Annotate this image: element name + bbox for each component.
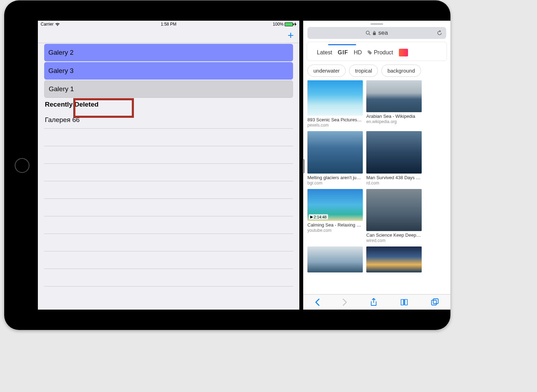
result-title: Man Survived 438 Days Stu… — [366, 175, 422, 180]
divider-handle[interactable] — [303, 159, 305, 173]
result-source: en.wikipedia.org — [366, 119, 422, 124]
status-bar: Carrier 1:58 PM 100% — [38, 21, 299, 28]
result-card[interactable] — [366, 246, 422, 272]
result-card[interactable]: Melting glaciers aren't just … bgr.com — [307, 131, 363, 185]
tabs-button[interactable] — [431, 298, 439, 306]
svg-rect-2 — [373, 33, 376, 35]
result-thumb[interactable] — [366, 131, 422, 174]
dragged-row[interactable]: Galery 1 — [44, 80, 293, 98]
svg-point-3 — [368, 51, 369, 52]
result-source: youtube.com — [307, 228, 363, 233]
table-row[interactable] — [44, 234, 293, 251]
result-title: 893 Scenic Sea Pictures · P… — [307, 117, 363, 122]
safari-pane: sea Latest GIF HD Product — [303, 21, 450, 310]
carrier-label: Carrier — [41, 22, 54, 27]
result-title: Arabian Sea - Wikipedia — [366, 114, 422, 119]
tag-icon — [367, 50, 372, 55]
row-label: Galery 1 — [49, 85, 74, 93]
result-card[interactable]: Man Survived 438 Days Stu… rd.com — [366, 131, 422, 185]
chip-underwater[interactable]: underwater — [307, 65, 346, 77]
result-thumb[interactable]: ▶ 2:14:48 — [307, 189, 363, 221]
chip-background[interactable]: background — [381, 65, 421, 77]
result-source: bgr.com — [307, 181, 363, 185]
table-row[interactable] — [44, 251, 293, 269]
result-thumb[interactable] — [366, 80, 422, 112]
result-thumb[interactable] — [307, 80, 363, 116]
result-title: Melting glaciers aren't just … — [307, 175, 363, 180]
table-row[interactable]: Galery 3 — [44, 62, 293, 80]
row-label: Galery 3 — [48, 67, 74, 75]
nav-bar: + — [38, 28, 299, 43]
url-bar[interactable]: sea — [307, 27, 446, 39]
table-row[interactable] — [44, 199, 293, 216]
gallery-table[interactable]: Galery 2 Galery 3 Galery 1 Recently Dele… — [38, 43, 299, 310]
table-row[interactable] — [44, 129, 293, 146]
table-row[interactable]: Галерея 66 — [44, 111, 293, 129]
bookmarks-button[interactable] — [400, 298, 408, 306]
video-timestamp: ▶ 2:14:48 — [309, 214, 328, 219]
home-button[interactable] — [15, 158, 29, 173]
table-row[interactable] — [44, 216, 293, 234]
svg-line-1 — [369, 34, 370, 35]
tablet-frame: Carrier 1:58 PM 100% + — [4, 0, 450, 330]
forward-button — [342, 298, 347, 306]
result-thumb[interactable] — [307, 131, 363, 174]
play-icon: ▶ — [310, 215, 313, 219]
result-thumb[interactable] — [366, 189, 422, 231]
result-source: wired.com — [366, 238, 422, 243]
filter-color-red[interactable] — [399, 49, 408, 56]
filter-hd[interactable]: HD — [354, 49, 362, 56]
result-source: rd.com — [366, 181, 422, 185]
table-row[interactable] — [44, 181, 293, 199]
result-card[interactable]: Arabian Sea - Wikipedia en.wikipedia.org — [366, 80, 422, 128]
suggestion-chips: underwater tropical background — [303, 61, 450, 80]
search-filters: Latest GIF HD Product — [307, 47, 447, 61]
battery-icon — [285, 22, 293, 26]
image-results[interactable]: 893 Scenic Sea Pictures · P… pexels.com … — [303, 80, 450, 294]
drag-grip[interactable] — [371, 23, 383, 25]
svg-rect-5 — [433, 299, 438, 304]
result-title: Can Science Keep Deep Se… — [366, 232, 422, 238]
tablet-screen: Carrier 1:58 PM 100% + — [38, 21, 450, 310]
lock-icon — [373, 31, 376, 35]
filter-latest[interactable]: Latest — [317, 49, 332, 56]
svg-rect-4 — [431, 300, 436, 305]
table-row[interactable] — [44, 164, 293, 181]
result-card[interactable]: Can Science Keep Deep Se… wired.com — [366, 189, 422, 243]
result-source: pexels.com — [307, 123, 363, 128]
refresh-icon[interactable] — [436, 30, 443, 36]
svg-point-0 — [366, 31, 369, 34]
wifi-icon — [55, 22, 60, 26]
table-row[interactable] — [44, 146, 293, 164]
result-card[interactable]: ▶ 2:14:48 Calming Sea - Relaxing 2 H… yo… — [307, 189, 363, 243]
back-button[interactable] — [315, 298, 320, 306]
active-tab-indicator — [328, 44, 356, 45]
add-button[interactable]: + — [287, 30, 294, 41]
table-row[interactable]: Galery 2 — [44, 44, 293, 61]
chip-tropical[interactable]: tropical — [349, 65, 378, 77]
section-header: Recently Deleted — [44, 98, 293, 111]
charging-icon — [294, 22, 297, 26]
filter-product[interactable]: Product — [367, 49, 393, 56]
result-card[interactable] — [307, 246, 363, 272]
filter-gif[interactable]: GIF — [338, 49, 348, 56]
split-divider[interactable] — [299, 21, 303, 310]
clock: 1:58 PM — [161, 22, 177, 27]
safari-toolbar — [303, 294, 450, 310]
left-app-pane: Carrier 1:58 PM 100% + — [38, 21, 299, 310]
table-row[interactable] — [44, 269, 293, 286]
share-button[interactable] — [370, 298, 377, 306]
row-label: Galery 2 — [48, 49, 74, 56]
result-thumb[interactable] — [307, 246, 363, 272]
search-icon — [366, 31, 371, 35]
result-thumb[interactable] — [366, 246, 422, 272]
result-card[interactable]: 893 Scenic Sea Pictures · P… pexels.com — [307, 80, 363, 128]
url-text: sea — [378, 29, 388, 36]
result-title: Calming Sea - Relaxing 2 H… — [307, 222, 363, 228]
battery-percent: 100% — [273, 22, 284, 27]
row-label: Галерея 66 — [45, 116, 80, 124]
